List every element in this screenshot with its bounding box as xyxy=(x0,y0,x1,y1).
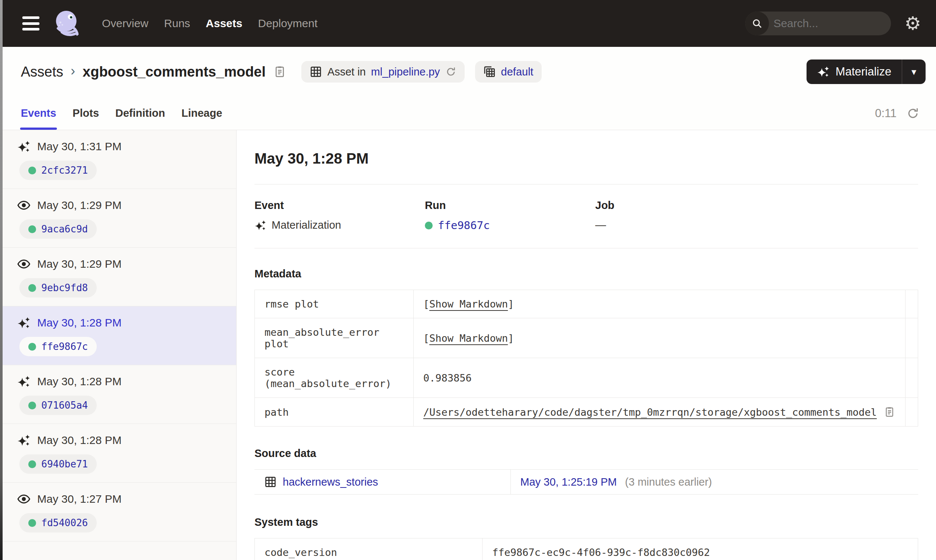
run-column: Run ffe9867c xyxy=(425,199,595,232)
tab-definition[interactable]: Definition xyxy=(115,97,165,130)
metadata-value: [Show Markdown] xyxy=(413,318,905,358)
path-link[interactable]: /Users/odetteharary/code/dagster/tmp_0mz… xyxy=(423,406,877,418)
nav-item-assets[interactable]: Assets xyxy=(206,17,242,30)
refresh-area: 0:11 xyxy=(875,107,920,120)
copy-asset-name-button[interactable] xyxy=(273,65,286,78)
job-column: Job — xyxy=(595,199,918,232)
dagster-asset-page: Overview Runs Assets Deployment / ⚙ Asse… xyxy=(0,0,936,560)
source-time-cell: May 30, 1:25:19 PM (3 minutes earlier) xyxy=(510,470,918,495)
show-markdown-link[interactable]: [Show Markdown] xyxy=(423,332,514,344)
gear-icon[interactable]: ⚙ xyxy=(904,14,921,33)
event-list-item[interactable]: May 30, 1:28 PM 071605a4 xyxy=(0,365,236,424)
asset-tabs: Events Plots Definition Lineage xyxy=(21,97,222,130)
copy-path-button[interactable] xyxy=(884,406,896,418)
event-list-item[interactable]: May 30, 1:29 PM 9aca6c9d xyxy=(0,189,236,248)
table-row: hackernews_stories May 30, 1:25:19 PM (3… xyxy=(254,470,918,495)
run-id-link[interactable]: ffe9867c xyxy=(438,219,490,232)
source-data-title: Source data xyxy=(254,447,918,460)
copy-icon xyxy=(884,406,896,418)
nav-item-runs[interactable]: Runs xyxy=(164,17,190,30)
events-sidebar: May 30, 1:31 PM 2cfc3271 May 30, 1:29 PM… xyxy=(0,130,237,560)
materialize-dropdown-button[interactable]: ▾ xyxy=(902,60,925,84)
metadata-key: score (mean_absolute_error) xyxy=(255,358,414,398)
materialization-icon xyxy=(17,375,31,388)
source-asset-cell: hackernews_stories xyxy=(254,470,510,495)
breadcrumb-assets-link[interactable]: Assets xyxy=(21,64,63,80)
tab-lineage[interactable]: Lineage xyxy=(182,97,222,130)
event-list-item[interactable]: May 30, 1:31 PM 2cfc3271 xyxy=(0,130,236,189)
table-row: score (mean_absolute_error) 0.983856 xyxy=(255,358,918,398)
metadata-value: /Users/odetteharary/code/dagster/tmp_0mz… xyxy=(413,398,905,426)
table-row: mean_absolute_error plot [Show Markdown] xyxy=(255,318,918,358)
event-time: May 30, 1:28 PM xyxy=(37,317,122,329)
run-id-link[interactable]: fd540026 xyxy=(41,517,88,528)
job-label: Job xyxy=(595,199,918,212)
content: May 30, 1:31 PM 2cfc3271 May 30, 1:29 PM… xyxy=(0,130,936,560)
group-pill[interactable]: default xyxy=(475,61,542,83)
system-tag-key: code_version xyxy=(255,538,482,560)
metadata-value: 0.983856 xyxy=(413,358,905,398)
materialize-button[interactable]: Materialize xyxy=(807,60,902,84)
run-id-link[interactable]: ffe9867c xyxy=(41,341,88,352)
run-id-pill[interactable]: 071605a4 xyxy=(19,395,97,415)
source-timestamp-link[interactable]: May 30, 1:25:19 PM xyxy=(520,476,617,488)
observation-eye-icon xyxy=(17,257,31,271)
event-time: May 30, 1:27 PM xyxy=(37,493,122,505)
code-location-pill[interactable]: Asset in ml_pipeline.py xyxy=(301,61,465,83)
event-list-item[interactable]: May 30, 1:27 PM fd540026 xyxy=(0,483,236,542)
tab-plots[interactable]: Plots xyxy=(72,97,99,130)
event-summary: Event Materialization Run ffe9867c Job — xyxy=(254,199,918,232)
code-location-link[interactable]: ml_pipeline.py xyxy=(371,66,440,78)
run-id-pill[interactable]: 6940be71 xyxy=(19,454,97,474)
run-id-link[interactable]: 071605a4 xyxy=(41,400,88,411)
show-markdown-link[interactable]: [Show Markdown] xyxy=(423,298,514,310)
asset-name: xgboost_comments_model xyxy=(83,64,266,80)
grid-icon xyxy=(309,65,322,78)
run-status-dot xyxy=(28,225,36,233)
run-status-dot xyxy=(28,460,36,468)
metadata-key: path xyxy=(255,398,414,426)
metadata-value: [Show Markdown] xyxy=(413,290,905,318)
tab-events[interactable]: Events xyxy=(21,97,56,130)
group-link[interactable]: default xyxy=(501,66,533,78)
run-id-link[interactable]: 9aca6c9d xyxy=(41,223,88,235)
run-id-link[interactable]: 9ebc9fd8 xyxy=(41,282,88,293)
event-list-item[interactable]: May 30, 1:28 PM 6940be71 xyxy=(0,424,236,483)
event-column: Event Materialization xyxy=(254,199,425,232)
run-id-pill[interactable]: 9aca6c9d xyxy=(19,219,97,239)
hamburger-menu-button[interactable] xyxy=(22,16,39,31)
run-id-pill[interactable]: 2cfc3271 xyxy=(19,161,97,180)
run-id-link[interactable]: 2cfc3271 xyxy=(41,165,88,176)
run-status-dot xyxy=(28,519,36,527)
metadata-key: rmse plot xyxy=(255,290,414,318)
event-list-item-selected[interactable]: May 30, 1:28 PM ffe9867c xyxy=(0,306,236,365)
metadata-key: mean_absolute_error plot xyxy=(255,318,414,358)
run-id-link[interactable]: 6940be71 xyxy=(41,458,88,470)
refresh-timer: 0:11 xyxy=(875,107,897,120)
search-box[interactable]: / xyxy=(745,12,891,35)
materialization-icon xyxy=(254,219,266,231)
nav-item-overview[interactable]: Overview xyxy=(102,17,148,30)
run-id-pill[interactable]: fd540026 xyxy=(19,513,97,532)
page-header: Assets › xgboost_comments_model Asset in… xyxy=(0,47,936,97)
refresh-button[interactable] xyxy=(906,107,920,120)
event-label: Event xyxy=(254,199,425,212)
run-label: Run xyxy=(425,199,595,212)
nav-item-deployment[interactable]: Deployment xyxy=(258,17,317,30)
source-asset-link[interactable]: hackernews_stories xyxy=(283,476,378,488)
run-id-pill[interactable]: 9ebc9fd8 xyxy=(19,278,97,297)
row-actions-cell xyxy=(905,318,918,358)
observation-eye-icon xyxy=(17,492,31,506)
reload-location-icon[interactable] xyxy=(445,66,456,77)
event-type: Materialization xyxy=(272,219,341,231)
event-time: May 30, 1:28 PM xyxy=(37,375,122,388)
run-status-dot xyxy=(28,284,36,292)
search-input[interactable] xyxy=(769,17,891,30)
metadata-title: Metadata xyxy=(254,268,918,280)
copy-icon xyxy=(273,65,286,78)
run-id-pill[interactable]: ffe9867c xyxy=(19,337,97,356)
event-list-item[interactable]: May 30, 1:29 PM 9ebc9fd8 xyxy=(0,248,236,306)
run-status-dot xyxy=(28,402,36,409)
dagster-logo[interactable] xyxy=(52,8,83,39)
event-time: May 30, 1:29 PM xyxy=(37,258,122,270)
